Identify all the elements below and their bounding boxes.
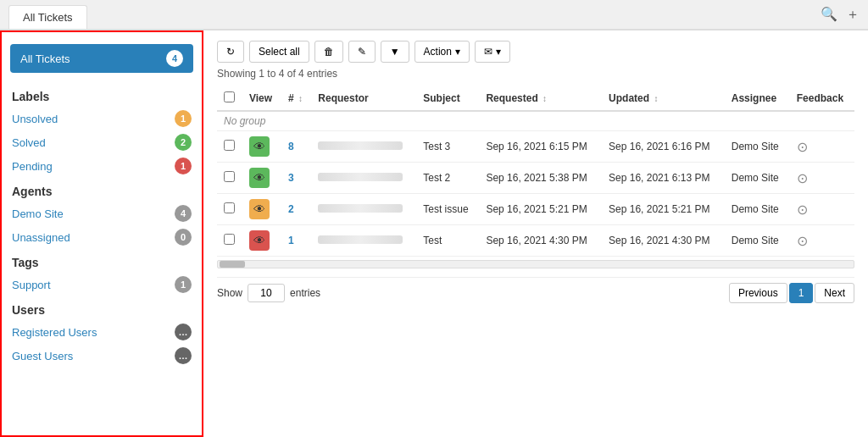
- ticket-id-8[interactable]: 8: [288, 141, 294, 152]
- select-all-checkbox[interactable]: [224, 91, 235, 102]
- next-button[interactable]: Next: [815, 283, 854, 303]
- row-checkbox-2[interactable]: [224, 202, 235, 213]
- table-row: 👁 8 Test 3 Sep 16, 2021 6:15 PM Sep 16, …: [217, 131, 854, 163]
- showing-text: Showing 1 to 4 of 4 entries: [217, 68, 854, 80]
- group-row: No group: [217, 111, 854, 131]
- tags-section-title: Tags: [2, 249, 202, 273]
- solved-count: 2: [175, 134, 192, 151]
- ticket-table: View # ↕ Requestor Subject Requested ↕ U…: [217, 86, 854, 257]
- guest-users-count: …: [175, 347, 192, 364]
- ticket-id-3[interactable]: 3: [288, 172, 294, 184]
- status-icon-3: 👁: [249, 168, 270, 188]
- sidebar-item-pending[interactable]: Pending 1: [2, 154, 202, 178]
- agents-section-title: Agents: [2, 178, 202, 202]
- entries-label: entries: [290, 287, 320, 299]
- col-feedback: Feedback: [790, 86, 854, 111]
- edit-button[interactable]: ✎: [348, 41, 376, 63]
- filter-button[interactable]: ▼: [381, 41, 409, 63]
- pending-label: Pending: [12, 160, 53, 173]
- per-page-input[interactable]: 10: [248, 284, 285, 302]
- col-requested[interactable]: Requested ↕: [479, 86, 602, 111]
- sidebar-item-guest-users[interactable]: Guest Users …: [2, 344, 202, 368]
- subject-2: Test issue: [416, 194, 479, 225]
- assignee-2: Demo Site: [725, 194, 790, 225]
- sidebar-item-solved[interactable]: Solved 2: [2, 130, 202, 154]
- refresh-button[interactable]: ↻: [217, 41, 244, 63]
- feedback-3: ⊙: [797, 171, 808, 185]
- all-tickets-tab[interactable]: All Tickets: [8, 5, 87, 29]
- assignee-3: Demo Site: [725, 163, 790, 194]
- subject-1: Test: [416, 225, 479, 257]
- filter-icon: ▼: [390, 46, 400, 58]
- requested-3: Sep 16, 2021 5:38 PM: [479, 163, 602, 194]
- demo-site-label: Demo Site: [12, 207, 64, 220]
- support-label: Support: [12, 279, 51, 291]
- scrollbar-thumb: [220, 261, 245, 268]
- refresh-icon: ↻: [226, 46, 235, 58]
- requested-8: Sep 16, 2021 6:15 PM: [479, 131, 602, 163]
- updated-8: Sep 16, 2021 6:16 PM: [602, 131, 725, 163]
- show-entries: Show 10 entries: [217, 284, 320, 302]
- col-requestor: Requestor: [311, 86, 416, 111]
- users-section-title: Users: [2, 296, 202, 320]
- status-icon-1: 👁: [249, 230, 270, 251]
- show-label: Show: [217, 287, 242, 299]
- sidebar-item-demo-site[interactable]: Demo Site 4: [2, 202, 202, 225]
- feedback-8: ⊙: [797, 140, 808, 154]
- feedback-2: ⊙: [797, 202, 808, 217]
- pagination-buttons: Previous 1 Next: [729, 283, 854, 303]
- all-tickets-count: 4: [166, 50, 183, 67]
- table-row: 👁 2 Test issue Sep 16, 2021 5:21 PM Sep …: [217, 194, 854, 225]
- ticket-id-2[interactable]: 2: [288, 203, 294, 215]
- requested-1: Sep 16, 2021 4:30 PM: [479, 225, 602, 257]
- sidebar-item-unsolved[interactable]: Unsolved 1: [2, 107, 202, 130]
- col-updated[interactable]: Updated ↕: [602, 86, 725, 111]
- solved-label: Solved: [12, 136, 46, 149]
- all-tickets-label: All Tickets: [20, 53, 70, 65]
- demo-site-count: 4: [175, 205, 192, 222]
- edit-icon: ✎: [358, 46, 366, 58]
- content-area: ↻ Select all 🗑 ✎ ▼ Action ▾: [203, 30, 868, 437]
- updated-3: Sep 16, 2021 6:13 PM: [602, 163, 725, 194]
- previous-button[interactable]: Previous: [729, 283, 787, 303]
- add-icon[interactable]: ＋: [846, 6, 860, 24]
- requestor-3: [318, 173, 403, 181]
- guest-users-label: Guest Users: [12, 350, 73, 362]
- support-count: 1: [175, 276, 192, 293]
- action-chevron-icon: ▾: [455, 46, 460, 58]
- sidebar-item-registered-users[interactable]: Registered Users …: [2, 320, 202, 344]
- updated-1: Sep 16, 2021 4:30 PM: [602, 225, 725, 257]
- trash-icon: 🗑: [324, 46, 334, 58]
- requestor-8: [318, 141, 403, 150]
- unassigned-count: 0: [175, 229, 192, 246]
- sidebar-item-unassigned[interactable]: Unassigned 0: [2, 225, 202, 249]
- assignee-1: Demo Site: [725, 225, 790, 257]
- sidebar-item-support[interactable]: Support 1: [2, 273, 202, 296]
- horizontal-scrollbar[interactable]: [217, 260, 854, 268]
- row-checkbox-8[interactable]: [224, 140, 235, 151]
- email-icon: ✉: [484, 46, 492, 58]
- registered-users-count: …: [175, 324, 192, 340]
- updated-2: Sep 16, 2021 5:21 PM: [602, 194, 725, 225]
- email-dropdown[interactable]: ✉ ▾: [475, 41, 510, 63]
- row-checkbox-1[interactable]: [224, 234, 235, 245]
- unsolved-count: 1: [175, 110, 192, 127]
- table-row: 👁 1 Test Sep 16, 2021 4:30 PM Sep 16, 20…: [217, 225, 854, 257]
- requestor-2: [318, 204, 403, 213]
- delete-button[interactable]: 🗑: [314, 41, 343, 63]
- select-all-button[interactable]: Select all: [249, 41, 309, 63]
- unassigned-label: Unassigned: [12, 231, 70, 244]
- action-label: Action: [424, 46, 452, 58]
- requested-2: Sep 16, 2021 5:21 PM: [479, 194, 602, 225]
- search-icon[interactable]: 🔍: [821, 6, 837, 24]
- row-checkbox-3[interactable]: [224, 171, 235, 182]
- feedback-1: ⊙: [797, 234, 808, 248]
- col-number[interactable]: # ↕: [281, 86, 311, 111]
- page-1-button[interactable]: 1: [789, 283, 814, 303]
- sidebar: All Tickets 4 Labels Unsolved 1 Solved 2…: [0, 30, 203, 437]
- sidebar-all-tickets[interactable]: All Tickets 4: [10, 44, 193, 73]
- ticket-id-1[interactable]: 1: [288, 235, 294, 246]
- action-dropdown[interactable]: Action ▾: [415, 41, 470, 63]
- tab-bar: All Tickets 🔍 ＋: [0, 0, 868, 30]
- subject-8: Test 3: [416, 131, 479, 163]
